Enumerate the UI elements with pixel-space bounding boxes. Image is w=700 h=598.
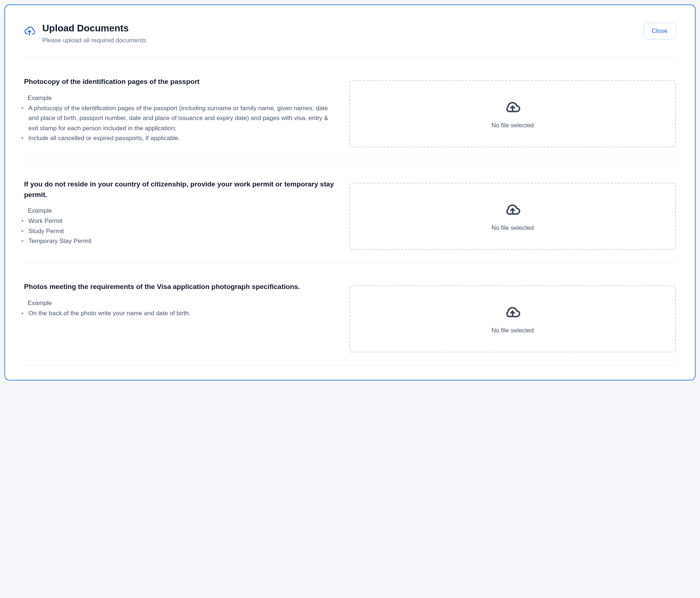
document-info: Photocopy of the identification pages of… — [24, 77, 335, 143]
document-example-list: Work Permit Study Permit Temporary Stay … — [24, 216, 335, 246]
cloud-upload-icon — [504, 201, 521, 219]
file-dropzone-work-permit[interactable]: No file selected — [349, 183, 676, 250]
close-button[interactable]: Close — [643, 23, 676, 39]
header-text: Upload Documents Please upload all requi… — [42, 23, 148, 44]
file-dropzone-photos[interactable]: No file selected — [349, 285, 676, 352]
file-dropzone-passport[interactable]: No file selected — [349, 80, 676, 147]
document-info: Photos meeting the requirements of the V… — [24, 282, 335, 318]
list-item: On the back of the photo write your name… — [28, 308, 335, 319]
example-label: Example — [28, 300, 335, 307]
document-example-list: On the back of the photo write your name… — [24, 308, 335, 319]
document-title: If you do not reside in your country of … — [24, 179, 335, 200]
dropzone-placeholder: No file selected — [491, 224, 534, 232]
document-info: If you do not reside in your country of … — [24, 179, 335, 246]
cloud-upload-icon — [504, 304, 521, 322]
modal-header: Upload Documents Please upload all requi… — [24, 23, 676, 58]
upload-documents-modal: Upload Documents Please upload all requi… — [4, 4, 696, 381]
list-item: Temporary Stay Permit — [28, 236, 335, 246]
document-section-passport: Photocopy of the identification pages of… — [24, 58, 676, 160]
dropzone-placeholder: No file selected — [491, 122, 534, 129]
modal-title: Upload Documents — [42, 23, 148, 34]
document-section-work-permit: If you do not reside in your country of … — [24, 160, 676, 263]
document-example-list: A photocopy of the identification pages … — [24, 103, 335, 143]
document-section-photos: Photos meeting the requirements of the V… — [24, 263, 676, 365]
example-label: Example — [28, 207, 335, 215]
example-label: Example — [28, 94, 335, 102]
document-title: Photocopy of the identification pages of… — [24, 77, 335, 87]
cloud-upload-icon — [24, 26, 35, 38]
list-item: Study Permit — [28, 226, 335, 236]
cloud-upload-icon — [504, 99, 521, 117]
modal-subtitle: Please upload all required documents. — [42, 37, 148, 44]
header-left: Upload Documents Please upload all requi… — [24, 23, 148, 44]
list-item: A photocopy of the identification pages … — [28, 103, 335, 134]
document-title: Photos meeting the requirements of the V… — [24, 282, 335, 292]
dropzone-placeholder: No file selected — [491, 327, 534, 334]
list-item: Include all cancelled or expired passpor… — [28, 133, 335, 143]
list-item: Work Permit — [28, 216, 335, 226]
